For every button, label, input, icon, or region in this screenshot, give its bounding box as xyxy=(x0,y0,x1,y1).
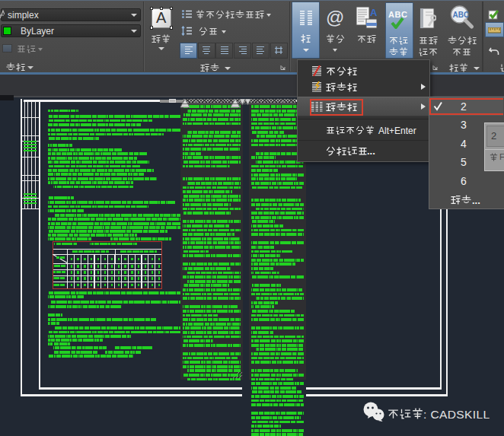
svg-text:ABC: ABC xyxy=(453,11,470,19)
svg-text:A: A xyxy=(370,7,378,18)
